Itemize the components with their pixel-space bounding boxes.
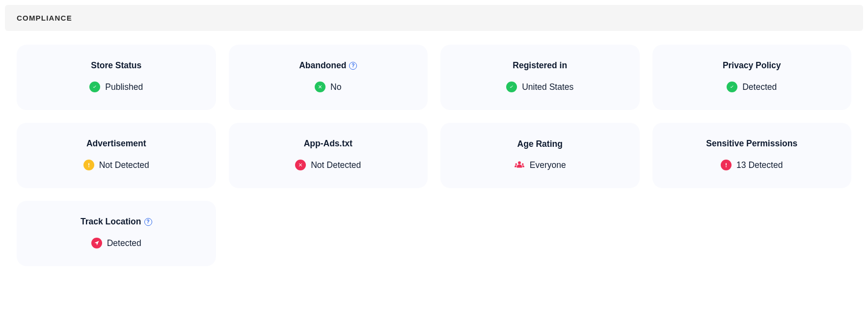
card-value-row: Not Detected <box>83 160 149 170</box>
compliance-card: Store StatusPublished <box>17 45 216 110</box>
exclamation-icon <box>721 160 732 170</box>
card-value-row: Detected <box>91 238 141 248</box>
card-value: Detected <box>742 82 777 92</box>
card-value: Not Detected <box>311 160 361 170</box>
card-title: Privacy Policy <box>723 60 781 71</box>
card-title-row: Age Rating <box>517 139 563 149</box>
svg-point-3 <box>515 163 517 165</box>
location-icon <box>91 238 102 248</box>
svg-point-1 <box>88 166 89 167</box>
card-value: Published <box>105 82 143 92</box>
card-value: Detected <box>107 238 141 248</box>
compliance-card: Age RatingEveryone <box>440 123 640 188</box>
exclamation-icon <box>83 160 94 170</box>
header-bar: COMPLIANCE <box>5 5 863 31</box>
x-icon <box>315 82 326 92</box>
svg-rect-0 <box>88 163 89 165</box>
compliance-card: Track Location?Detected <box>17 201 216 266</box>
compliance-card: Privacy PolicyDetected <box>652 45 852 110</box>
card-value-row: Everyone <box>514 160 566 170</box>
card-title: Store Status <box>91 60 141 71</box>
compliance-card: Registered inUnited States <box>440 45 640 110</box>
card-value: Everyone <box>530 160 566 170</box>
compliance-card: AdvertisementNot Detected <box>17 123 216 188</box>
card-value-row: Detected <box>727 82 777 92</box>
svg-point-4 <box>522 163 524 165</box>
card-title-row: Sensitive Permissions <box>706 138 797 149</box>
card-title: Registered in <box>513 60 567 71</box>
help-icon[interactable]: ? <box>144 218 152 226</box>
card-title-row: App-Ads.txt <box>304 138 353 149</box>
check-icon <box>506 82 517 92</box>
card-title-row: Registered in <box>513 60 567 71</box>
card-title-row: Track Location? <box>81 217 152 227</box>
compliance-card: App-Ads.txtNot Detected <box>229 123 428 188</box>
card-value: United States <box>522 82 573 92</box>
card-title-row: Store Status <box>91 60 141 71</box>
card-title: Sensitive Permissions <box>706 138 797 149</box>
card-value-row: No <box>315 82 341 92</box>
svg-point-6 <box>726 166 727 167</box>
card-title-row: Privacy Policy <box>723 60 781 71</box>
section-title: COMPLIANCE <box>17 14 851 22</box>
card-title: Abandoned <box>299 60 346 71</box>
check-icon <box>727 82 737 92</box>
svg-point-2 <box>518 162 521 164</box>
card-title: Advertisement <box>86 138 146 149</box>
card-title: Track Location <box>81 217 141 227</box>
card-title-row: Advertisement <box>86 138 146 149</box>
card-title-row: Abandoned? <box>299 60 357 71</box>
compliance-card: Sensitive Permissions13 Detected <box>652 123 852 188</box>
card-title: App-Ads.txt <box>304 138 353 149</box>
card-value-row: 13 Detected <box>721 160 783 170</box>
check-icon <box>89 82 100 92</box>
card-value: No <box>330 82 341 92</box>
help-icon[interactable]: ? <box>349 62 357 70</box>
card-value-row: Not Detected <box>295 160 361 170</box>
card-value: Not Detected <box>99 160 149 170</box>
people-icon <box>514 161 525 169</box>
card-value-row: Published <box>89 82 143 92</box>
cards-grid: Store StatusPublishedAbandoned?NoRegiste… <box>5 45 863 266</box>
card-value-row: United States <box>506 82 573 92</box>
svg-rect-5 <box>726 163 727 165</box>
x-icon <box>295 160 306 170</box>
card-value: 13 Detected <box>736 160 783 170</box>
card-title: Age Rating <box>517 139 563 149</box>
compliance-card: Abandoned?No <box>229 45 428 110</box>
